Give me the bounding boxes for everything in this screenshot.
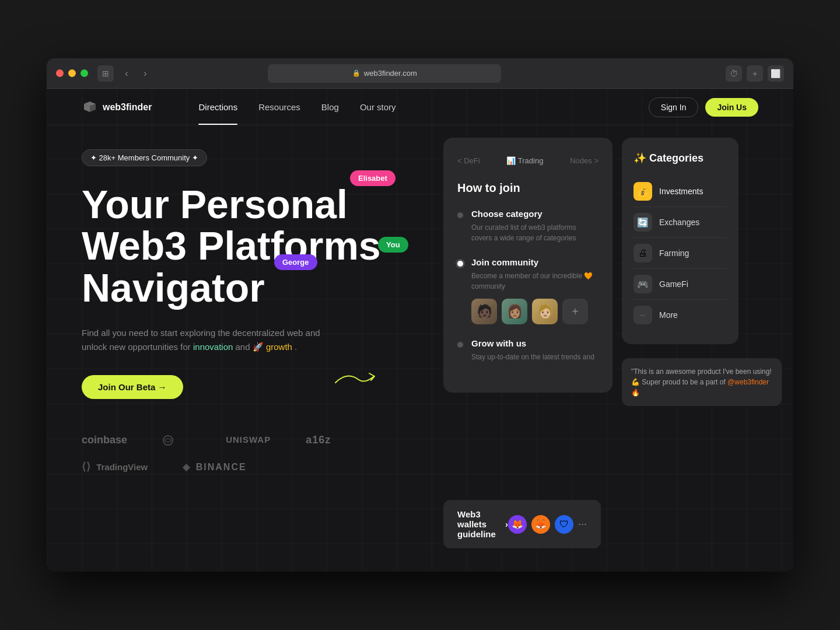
right-panel: < DeFi 📊 Trading Nodes > How to join Cho… <box>443 126 793 572</box>
gamefi-icon: 🎮 <box>634 275 652 293</box>
floating-badge-you: You <box>378 237 408 253</box>
cat-item-farming[interactable]: 🖨 Farming <box>634 238 727 269</box>
logo-uniswap: UNISWAP <box>162 435 271 446</box>
card-tabs: < DeFi 📊 Trading Nodes > <box>457 154 598 167</box>
step-content-1: Choose category Our curated list of web3… <box>471 209 598 243</box>
floating-badge-elisabet: Elisabet <box>350 170 396 186</box>
more-icon: ··· <box>634 306 652 324</box>
logo-tradingview: ⟨⟩ TradingView <box>82 460 148 473</box>
arrow-decoration <box>332 365 379 391</box>
sidebar-toggle-icon[interactable]: ⊞ <box>97 65 114 82</box>
nav-link-resources[interactable]: Resources <box>258 102 300 112</box>
hero-description: Find all you need to start exploring the… <box>82 326 327 354</box>
cat-label-investments: Investments <box>659 187 703 196</box>
avatars-row: 🧑🏿 👩🏽 🧑🏼 + <box>471 299 598 324</box>
nav-link-blog[interactable]: Blog <box>321 102 339 112</box>
url-text: web3finder.com <box>364 69 417 78</box>
step-3: Grow with us Stay up-to-date on the late… <box>457 338 598 362</box>
logos-section: coinbase UNISWAP a16z ⟨⟩ <box>82 434 408 473</box>
cat-item-more[interactable]: ··· More <box>634 300 727 330</box>
cat-item-investments[interactable]: 💰 Investments <box>634 176 727 207</box>
wallet-icon-3: 🛡 <box>555 515 573 534</box>
logos-row-2: ⟨⟩ TradingView ◈ BINANCE <box>82 460 408 473</box>
step-title-2: Join community <box>471 257 598 267</box>
wallet-icon-2: 🦊 <box>531 515 550 534</box>
logo-coinbase: coinbase <box>82 434 127 446</box>
step-content-3: Grow with us Stay up-to-date on the late… <box>471 338 594 362</box>
step-desc-2: Become a member of our incredible 🧡 comm… <box>471 271 598 292</box>
avatar-3: 🧑🏼 <box>532 299 558 324</box>
testimonial-card: "This is an awesome product I've been us… <box>622 358 782 406</box>
hero-title-line2: Web3 Platforms <box>82 223 381 268</box>
nav-link-ourstory[interactable]: Our story <box>360 102 396 112</box>
cat-item-gamefi[interactable]: 🎮 GameFi <box>634 269 727 300</box>
step-desc-3: Stay up-to-date on the latest trends and <box>471 352 594 362</box>
avatar-2: 👩🏽 <box>502 299 527 324</box>
hero-desc-after: . <box>295 342 297 352</box>
maximize-button[interactable] <box>80 69 88 77</box>
cat-label-farming: Farming <box>659 249 689 258</box>
step-1: Choose category Our curated list of web3… <box>457 209 598 243</box>
nav-links: Directions Resources Blog Our story <box>198 102 396 112</box>
cat-label-exchanges: Exchanges <box>659 218 699 227</box>
right-col-left: < DeFi 📊 Trading Nodes > How to join Cho… <box>443 138 612 560</box>
address-bar[interactable]: 🔒 web3finder.com <box>268 64 501 83</box>
exchanges-icon: 🔄 <box>634 213 652 232</box>
tab-defi[interactable]: < DeFi <box>457 154 480 167</box>
site-nav: web3finder Directions Resources Blog Our… <box>47 89 793 126</box>
back-button[interactable]: ‹ <box>118 65 135 82</box>
investments-icon: 💰 <box>634 182 652 201</box>
history-icon[interactable]: ⏱ <box>726 65 742 82</box>
logo-a16z: a16z <box>306 434 331 446</box>
step-title-1: Choose category <box>471 209 598 219</box>
logo-text: web3finder <box>103 102 152 113</box>
logos-row-1: coinbase UNISWAP a16z <box>82 434 408 446</box>
logo-binance: ◈ BINANCE <box>183 461 246 473</box>
wallet-icon-1: 🦊 <box>508 515 527 534</box>
hero-desc-middle: and <box>236 342 253 352</box>
close-button[interactable] <box>56 69 64 77</box>
step-desc-1: Our curated list of web3 platforms cover… <box>471 222 598 243</box>
avatar-1: 🧑🏿 <box>471 299 497 324</box>
lock-icon: 🔒 <box>352 69 360 77</box>
signin-button[interactable]: Sign In <box>649 97 699 117</box>
cat-label-more: More <box>659 310 678 320</box>
hero-title-line3: Navigator <box>82 265 265 310</box>
categories-title: ✨ Categories <box>634 152 727 164</box>
forward-button[interactable]: › <box>137 65 153 82</box>
step-dot-2 <box>457 261 463 267</box>
categories-card: ✨ Categories 💰 Investments 🔄 Exchanges 🖨… <box>622 138 738 344</box>
wallet-more-icon: ··· <box>578 518 587 530</box>
community-badge: ✦ 28k+ Members Community ✦ <box>82 149 207 166</box>
tab-trading[interactable]: 📊 Trading <box>506 154 543 167</box>
share-icon[interactable]: ⬜ <box>768 65 784 82</box>
title-bar: ⊞ ‹ › 🔒 web3finder.com ⏱ + ⬜ <box>47 58 793 89</box>
tab-nodes[interactable]: Nodes > <box>570 154 598 167</box>
step-title-3: Grow with us <box>471 338 594 348</box>
nav-logo: web3finder <box>82 99 152 116</box>
avatar-add-button[interactable]: + <box>562 299 588 324</box>
wallets-label: Web3 wallets guideline <box>457 509 501 539</box>
nav-actions: Sign In Join Us <box>649 97 758 117</box>
hero-section: Elisabet George You ✦ 28k+ Members Commu… <box>47 126 443 572</box>
wallets-bar[interactable]: Web3 wallets guideline › 🦊 🦊 🛡 ··· <box>443 500 601 548</box>
site-main: Elisabet George You ✦ 28k+ Members Commu… <box>47 126 793 572</box>
cat-item-exchanges[interactable]: 🔄 Exchanges <box>634 207 727 238</box>
beta-cta-button[interactable]: Join Our Beta → <box>82 375 183 399</box>
how-to-join-card: < DeFi 📊 Trading Nodes > How to join Cho… <box>443 138 612 393</box>
joinus-button[interactable]: Join Us <box>705 98 758 117</box>
step-2: Join community Become a member of our in… <box>457 257 598 324</box>
step-dot-1 <box>457 212 463 218</box>
card-title: How to join <box>457 181 598 195</box>
wallets-text: Web3 wallets guideline › <box>457 509 508 539</box>
wallet-icons: 🦊 🦊 🛡 ··· <box>508 515 587 534</box>
browser-nav: ‹ › <box>118 65 153 82</box>
hero-desc-highlight2: 🚀 growth <box>253 342 292 352</box>
traffic-lights <box>56 69 88 77</box>
nav-link-directions[interactable]: Directions <box>198 102 237 112</box>
hero-title-line1: Your Personal <box>82 182 348 226</box>
new-tab-icon[interactable]: + <box>747 65 763 82</box>
minimize-button[interactable] <box>68 69 76 77</box>
step-dot-3 <box>457 342 463 348</box>
logo-icon <box>82 99 98 116</box>
